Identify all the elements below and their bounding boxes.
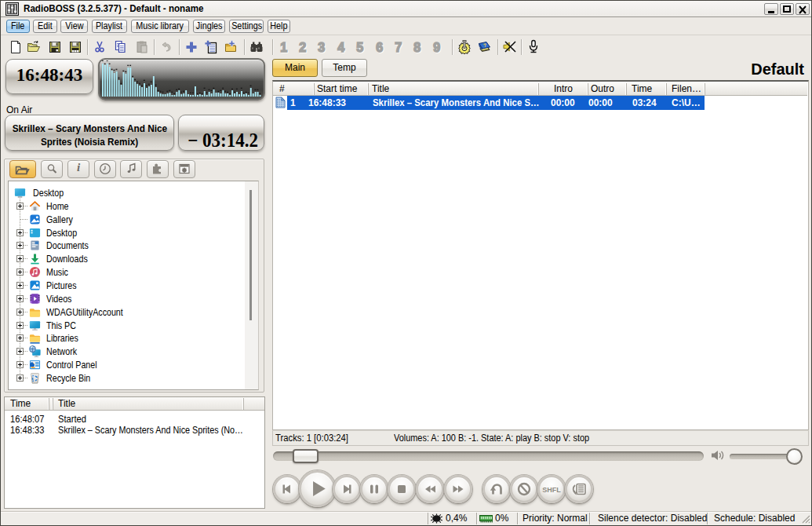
svg-text:4: 4 — [337, 41, 344, 54]
svg-text:7: 7 — [395, 41, 402, 54]
svg-text:3: 3 — [318, 41, 325, 54]
svg-text:1: 1 — [280, 41, 287, 54]
svg-text:6: 6 — [376, 41, 383, 54]
svg-text:SHFL: SHFL — [542, 486, 561, 494]
svg-text:8: 8 — [413, 41, 421, 54]
svg-text:2: 2 — [299, 41, 306, 54]
svg-text:9: 9 — [433, 41, 440, 54]
svg-text:5: 5 — [356, 41, 363, 54]
